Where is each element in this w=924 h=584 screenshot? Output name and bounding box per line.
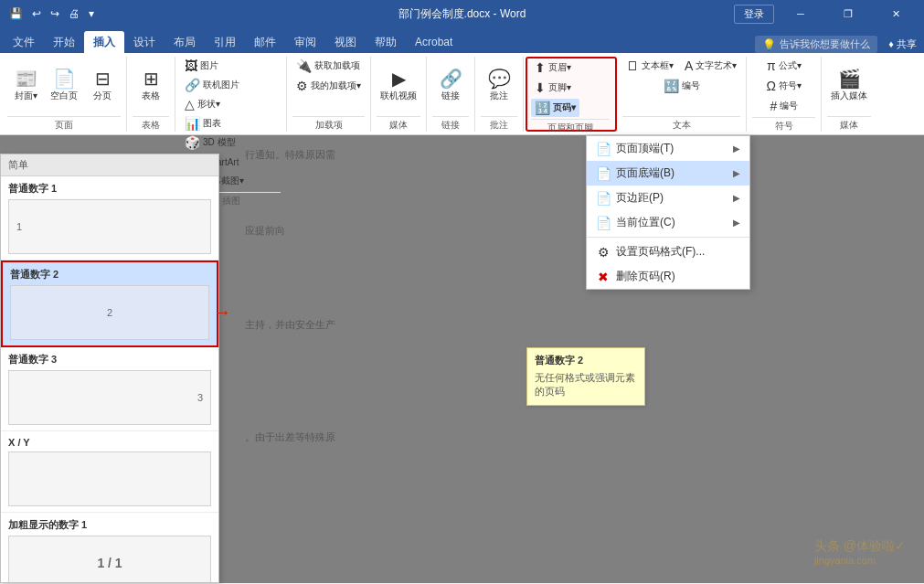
redo-icon[interactable]: ↪	[48, 5, 61, 22]
menu-delete-icon: ✖	[596, 270, 611, 284]
menu-item-delete[interactable]: ✖ 删除页码(R)	[587, 264, 749, 289]
btn-symbol[interactable]: Ω符号▾	[763, 77, 805, 95]
btn-table[interactable]: ⊞表格	[133, 68, 169, 104]
btn-wordart[interactable]: A文字艺术▾	[681, 57, 740, 75]
group-media: ▶联机视频 媒体	[373, 57, 427, 132]
btn-header[interactable]: ⬆页眉▾	[531, 58, 579, 77]
watermark: 头条 @体验啦✓ jingyania.com	[814, 538, 906, 566]
group-text-items: 🗌文本框▾ A文字艺术▾ 🔣编号	[622, 57, 740, 114]
tab-view[interactable]: 视图	[325, 31, 366, 53]
pn-preview-bold-num: 1 / 1	[97, 556, 122, 570]
title-bar: 💾 ↩ ↪ 🖨 ▾ 部门例会制度.docx - Word 登录 ─ ❐ ✕	[0, 0, 924, 27]
pn-item-xy[interactable]: X / Y	[1, 431, 218, 513]
btn-my-addin[interactable]: ⚙我的加载项▾	[292, 77, 365, 95]
btn-number2[interactable]: #编号	[766, 97, 802, 115]
tab-file[interactable]: 文件	[4, 31, 44, 53]
tab-help[interactable]: 帮助	[366, 31, 406, 53]
tab-references[interactable]: 引用	[205, 31, 245, 53]
group-table-label: 表格	[133, 116, 169, 132]
window-controls: 登录 ─ ❐ ✕	[734, 0, 917, 27]
tab-home[interactable]: 开始	[44, 31, 84, 53]
btn-get-addin[interactable]: 🔌获取加载项	[292, 57, 364, 75]
pn-preview-bold1: 1 / 1	[8, 536, 211, 583]
menu-current-icon: 📄	[596, 216, 611, 230]
tell-me-input[interactable]: 💡 告诉我你想要做什么	[755, 36, 877, 53]
tooltip-title: 普通数字 2	[535, 354, 637, 367]
menu-item-bottom[interactable]: 📄 页面底端(B) ▶	[587, 161, 749, 186]
btn-comment[interactable]: 💬批注	[481, 68, 517, 104]
btn-formula[interactable]: π公式▾	[763, 57, 805, 75]
btn-insert-media[interactable]: 🎬插入媒体	[827, 68, 871, 104]
text-row1: 🗌文本框▾ A文字艺术▾	[622, 57, 740, 75]
btn-cover[interactable]: 📰封面▾	[7, 68, 44, 104]
tooltip-description: 无任何格式或强调元素的页码	[535, 371, 637, 399]
page-number-panel: 简单 普通数字 1 1 普通数字 2 2 普通数字 3 3 X / Y	[0, 154, 219, 583]
menu-item-current[interactable]: 📄 当前位置(C) ▶	[587, 210, 749, 235]
group-media2-label: 媒体	[827, 116, 871, 132]
pn-preview-num-1: 1	[16, 221, 22, 232]
pn-item-3[interactable]: 普通数字 3 3	[1, 347, 218, 431]
tab-acrobat[interactable]: Acrobat	[406, 31, 462, 53]
group-page-label: 页面	[7, 116, 121, 132]
quick-access-toolbar: 💾 ↩ ↪ 🖨 ▾	[7, 5, 96, 22]
menu-item-format[interactable]: ⚙ 设置页码格式(F)...	[587, 239, 749, 264]
btn-shape[interactable]: △形状▾	[181, 95, 224, 113]
undo-icon[interactable]: ↩	[30, 5, 43, 22]
watermark-url: jingyania.com	[814, 555, 906, 566]
close-button[interactable]: ✕	[875, 0, 917, 27]
btn-online-video[interactable]: ▶联机视频	[377, 68, 420, 104]
pn-preview-3: 3	[8, 370, 211, 425]
group-hf-items: ⬆页眉▾ ⬇页脚▾ 🔢页码▾	[531, 58, 610, 117]
btn-3d-model[interactable]: 🎲3D 模型	[181, 133, 239, 152]
group-media-items: ▶联机视频	[377, 57, 420, 114]
pn-label-bold1: 加粗显示的数字 1	[8, 518, 211, 532]
pn-item-1[interactable]: 普通数字 1 1	[1, 176, 218, 260]
tab-insert[interactable]: 插入	[84, 31, 124, 53]
menu-format-label: 设置页码格式(F)...	[616, 244, 705, 260]
restore-button[interactable]: ❐	[827, 0, 869, 27]
group-comment-items: 💬批注	[481, 57, 517, 114]
save-icon[interactable]: 💾	[7, 5, 25, 22]
pn-item-bold1[interactable]: 加粗显示的数字 1 1 / 1	[1, 513, 218, 583]
doc-text-3: 主持，并由安全生产	[245, 314, 906, 335]
group-media-label: 媒体	[377, 116, 420, 132]
minimize-button[interactable]: ─	[780, 0, 822, 27]
customize-icon[interactable]: ▾	[87, 5, 96, 22]
menu-bottom-arrow: ▶	[733, 168, 740, 178]
btn-chart[interactable]: 📊图表	[181, 114, 225, 133]
panel-section-header: 简单	[1, 154, 218, 176]
pn-item-2[interactable]: 普通数字 2 2	[1, 260, 218, 347]
group-comment-label: 批注	[481, 116, 517, 132]
btn-number[interactable]: 🔣编号	[660, 77, 704, 95]
btn-footer[interactable]: ⬇页脚▾	[531, 79, 579, 97]
pn-label-2: 普通数字 2	[10, 268, 209, 281]
menu-bottom-label: 页面底端(B)	[616, 165, 674, 181]
pn-preview-2: 2	[10, 285, 209, 340]
group-header-footer: ⬆页眉▾ ⬇页脚▾ 🔢页码▾ 页眉和页脚	[526, 57, 617, 132]
document-title: 部门例会制度.docx - Word	[398, 6, 526, 22]
hf-buttons: ⬆页眉▾ ⬇页脚▾ 🔢页码▾	[531, 58, 579, 117]
group-addin-label: 加载项	[292, 116, 365, 132]
btn-blank-page[interactable]: 📄空白页	[46, 68, 82, 104]
doc-text-2: 应提前向	[245, 220, 906, 241]
print-icon[interactable]: 🖨	[67, 5, 81, 22]
menu-margin-arrow: ▶	[733, 193, 740, 203]
btn-textbox[interactable]: 🗌文本框▾	[622, 57, 677, 75]
tab-layout[interactable]: 布局	[165, 31, 205, 53]
menu-item-margin[interactable]: 📄 页边距(P) ▶	[587, 186, 749, 210]
btn-online-picture[interactable]: 🔗联机图片	[181, 76, 243, 94]
btn-picture[interactable]: 🖼图片	[181, 57, 222, 75]
btn-page-number[interactable]: 🔢页码▾	[531, 99, 579, 117]
share-button[interactable]: ♦ 共享	[888, 37, 917, 51]
doc-text-1: 行通知。特殊原因需	[245, 144, 906, 165]
tab-design[interactable]: 设计	[124, 31, 165, 53]
btn-page-break[interactable]: ⊟分页	[84, 68, 121, 104]
login-button[interactable]: 登录	[734, 5, 774, 24]
tab-mailings[interactable]: 邮件	[245, 31, 285, 53]
btn-link[interactable]: 🔗链接	[432, 68, 469, 104]
menu-item-top[interactable]: 📄 页面顶端(T) ▶	[587, 136, 749, 161]
pn-label-xy: X / Y	[8, 437, 211, 448]
tab-review[interactable]: 审阅	[285, 31, 325, 53]
menu-top-arrow: ▶	[733, 143, 740, 154]
doc-text-4: 。由于出差等特殊原	[245, 427, 906, 448]
